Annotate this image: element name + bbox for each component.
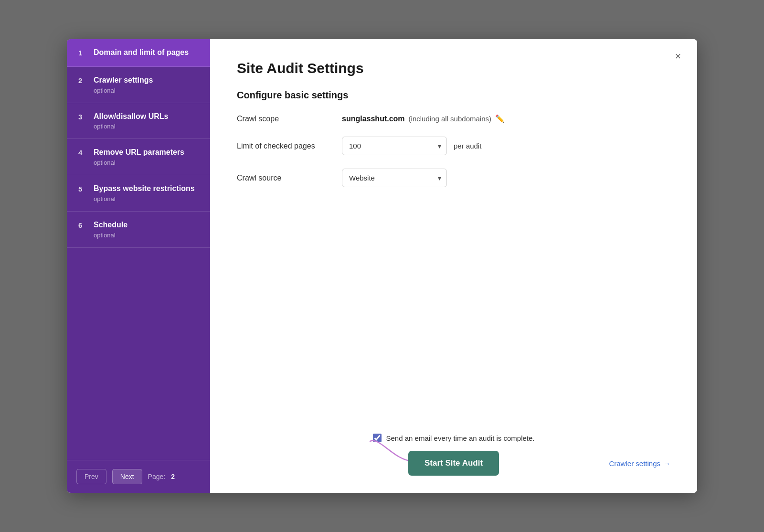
sidebar-item-remove-url[interactable]: 4 Remove URL parameters optional — [67, 139, 210, 175]
bottom-actions: Start Site Audit Crawler settings → — [210, 451, 697, 476]
crawl-scope-row: Crawl scope sunglasshut.com (including a… — [237, 114, 670, 123]
sidebar-item-title-2: Crawler settings — [94, 75, 153, 85]
subdomain-note: (including all subdomains) — [409, 115, 491, 123]
sidebar-item-urls[interactable]: 3 Allow/disallow URLs optional — [67, 103, 210, 139]
page-number: 2 — [171, 473, 175, 480]
sidebar-item-subtitle-5: optional — [94, 195, 195, 202]
sidebar-item-subtitle-6: optional — [94, 232, 127, 239]
crawler-settings-arrow-icon: → — [663, 459, 670, 468]
limit-pages-select[interactable]: 100 500 1000 5000 10000 20000 50000 1000… — [342, 137, 447, 155]
close-button[interactable]: × — [670, 49, 686, 64]
limit-pages-label: Limit of checked pages — [237, 142, 342, 150]
domain-name: sunglasshut.com — [342, 115, 405, 123]
edit-icon[interactable]: ✏️ — [495, 114, 505, 123]
sidebar-item-number-2: 2 — [78, 76, 87, 85]
sidebar-item-title-4: Remove URL parameters — [94, 148, 184, 158]
sidebar-item-bypass[interactable]: 5 Bypass website restrictions optional — [67, 175, 210, 212]
sidebar-item-title-5: Bypass website restrictions — [94, 184, 195, 194]
sidebar-item-title-6: Schedule — [94, 220, 127, 230]
sidebar-item-number-1: 1 — [78, 49, 87, 57]
section-title: Configure basic settings — [237, 90, 670, 101]
crawl-source-select-wrapper: Website Sitemap Website and sitemap ▾ — [342, 169, 447, 187]
sidebar-item-content-1: Domain and limit of pages — [94, 48, 189, 58]
sidebar-pagination: Prev Next Page: 2 — [67, 460, 210, 493]
sidebar: 1 Domain and limit of pages 2 Crawler se… — [67, 39, 210, 493]
sidebar-item-number-3: 3 — [78, 113, 87, 121]
crawl-source-row: Crawl source Website Sitemap Website and… — [237, 169, 670, 187]
sidebar-item-subtitle-3: optional — [94, 123, 168, 130]
sidebar-item-title-1: Domain and limit of pages — [94, 48, 189, 58]
sidebar-item-number-5: 5 — [78, 185, 87, 193]
main-content: × Site Audit Settings Configure basic se… — [210, 39, 697, 493]
crawl-scope-label: Crawl scope — [237, 115, 342, 123]
sidebar-item-schedule[interactable]: 6 Schedule optional — [67, 212, 210, 248]
email-checkbox-row: Send an email every time an audit is com… — [373, 434, 535, 442]
sidebar-item-content-2: Crawler settings optional — [94, 75, 153, 94]
page-label: Page: — [148, 473, 166, 480]
prev-button[interactable]: Prev — [76, 469, 106, 484]
sidebar-item-number-6: 6 — [78, 221, 87, 229]
modal-title: Site Audit Settings — [237, 60, 670, 76]
crawl-source-select[interactable]: Website Sitemap Website and sitemap — [342, 169, 447, 187]
bottom-section: Send an email every time an audit is com… — [210, 434, 697, 476]
crawler-settings-link-label: Crawler settings — [609, 459, 660, 468]
sidebar-item-content-4: Remove URL parameters optional — [94, 148, 184, 166]
sidebar-item-subtitle-2: optional — [94, 87, 153, 94]
modal-container: 1 Domain and limit of pages 2 Crawler se… — [67, 39, 697, 493]
crawl-scope-value: sunglasshut.com (including all subdomain… — [342, 114, 505, 123]
crawl-source-label: Crawl source — [237, 174, 342, 182]
curved-arrow-container: Start Site Audit — [408, 451, 499, 476]
sidebar-item-title-3: Allow/disallow URLs — [94, 112, 168, 122]
sidebar-item-domain[interactable]: 1 Domain and limit of pages — [67, 39, 210, 67]
email-checkbox[interactable] — [373, 434, 382, 442]
sidebar-item-subtitle-4: optional — [94, 159, 184, 166]
sidebar-item-content-3: Allow/disallow URLs optional — [94, 112, 168, 130]
sidebar-items: 1 Domain and limit of pages 2 Crawler se… — [67, 39, 210, 460]
per-audit-label: per audit — [454, 142, 481, 150]
next-button[interactable]: Next — [112, 469, 142, 484]
start-audit-button[interactable]: Start Site Audit — [408, 451, 499, 476]
email-label: Send an email every time an audit is com… — [386, 434, 535, 442]
sidebar-item-content-6: Schedule optional — [94, 220, 127, 239]
limit-pages-select-wrapper: 100 500 1000 5000 10000 20000 50000 1000… — [342, 137, 447, 155]
crawler-settings-link[interactable]: Crawler settings → — [609, 459, 670, 468]
sidebar-item-crawler[interactable]: 2 Crawler settings optional — [67, 67, 210, 103]
limit-pages-row: Limit of checked pages 100 500 1000 5000… — [237, 137, 670, 155]
sidebar-item-number-4: 4 — [78, 149, 87, 157]
sidebar-item-content-5: Bypass website restrictions optional — [94, 184, 195, 202]
